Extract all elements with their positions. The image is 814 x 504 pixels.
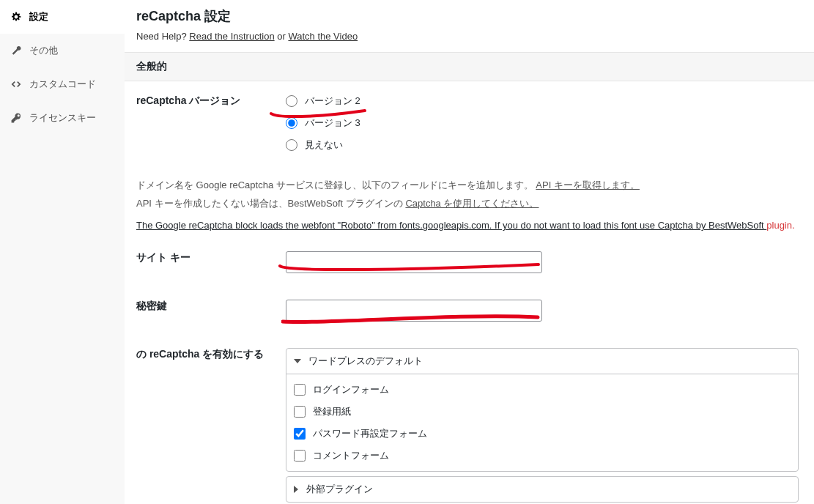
chk-password-reset-form-label: パスワード再設定フォーム	[313, 427, 427, 440]
enable-group-wordpress-default[interactable]: ワードプレスのデフォルト	[286, 349, 798, 374]
chk-row-comment-form[interactable]: コメントフォーム	[294, 449, 791, 462]
help-line: Need Help? Read the Instruction or Watch…	[136, 31, 814, 42]
sidebar-item-custom-code[interactable]: カスタムコード	[0, 67, 125, 101]
desc-line2-pre: API キーを作成したくない場合は、BestWebSoft プラグインの	[136, 198, 405, 209]
radio-v2-label: バージョン 2	[305, 94, 360, 108]
radio-invisible[interactable]	[286, 139, 297, 151]
wrench-icon	[10, 45, 22, 56]
chevron-down-icon	[294, 359, 301, 363]
enable-group-external-plugins[interactable]: 外部プラグイン	[286, 477, 798, 502]
chevron-right-icon	[294, 486, 298, 493]
font-notice: The Google reCaptcha block loads the web…	[125, 220, 814, 238]
chk-row-password-reset-form[interactable]: パスワード再設定フォーム	[294, 427, 791, 440]
radio-v3[interactable]	[286, 117, 297, 129]
use-captcha-link[interactable]: Captcha を使用してください。	[405, 198, 539, 209]
radio-row-v2[interactable]: バージョン 2	[286, 94, 807, 108]
sidebar-item-label: 設定	[29, 10, 48, 23]
enable-group-body: ログインフォーム 登録用紙 パスワード再設定フォーム コメントフォーム	[286, 374, 798, 471]
help-prefix: Need Help?	[136, 31, 189, 42]
version-label: reCaptcha バージョン	[125, 81, 278, 174]
sidebar-item-label: ライセンスキー	[29, 111, 96, 125]
site-key-label: サイト キー	[125, 238, 278, 286]
chk-login-form[interactable]	[294, 384, 306, 396]
enable-group-title: ワードプレスのデフォルト	[308, 355, 423, 368]
description-block: ドメイン名を Google reCaptcha サービスに登録し、以下のフィール…	[125, 174, 814, 220]
chk-password-reset-form[interactable]	[294, 428, 306, 440]
enable-recaptcha-label: の reCaptcha を有効にする	[125, 335, 278, 504]
enable-box-external: 外部プラグイン	[286, 476, 799, 503]
radio-v2[interactable]	[286, 95, 297, 107]
gear-icon	[10, 11, 22, 23]
secret-key-input[interactable]	[286, 300, 542, 322]
section-general-heading: 全般的	[125, 52, 814, 81]
sidebar-item-settings[interactable]: 設定	[0, 0, 125, 34]
chk-comment-form[interactable]	[294, 450, 306, 462]
chk-login-form-label: ログインフォーム	[313, 383, 389, 396]
radio-invisible-label: 見えない	[305, 138, 343, 152]
main-content: reCaptcha 設定 Need Help? Read the Instruc…	[125, 0, 814, 504]
radio-row-v3[interactable]: バージョン 3	[286, 116, 807, 130]
code-icon	[10, 78, 22, 90]
help-instruction-link[interactable]: Read the Instruction	[189, 31, 274, 42]
font-notice-text: The Google reCaptcha block loads the web…	[136, 220, 766, 231]
site-key-input[interactable]	[286, 251, 542, 273]
help-or: or	[275, 31, 289, 42]
radio-row-invisible[interactable]: 見えない	[286, 138, 807, 152]
help-video-link[interactable]: Watch the Video	[288, 31, 358, 42]
chk-registration-form[interactable]	[294, 406, 306, 418]
sidebar-item-label: その他	[29, 44, 58, 57]
chk-registration-form-label: 登録用紙	[313, 405, 351, 418]
sidebar-item-misc[interactable]: その他	[0, 34, 125, 67]
page-title: reCaptcha 設定	[136, 7, 814, 25]
get-api-keys-link[interactable]: API キーを取得します。	[536, 179, 640, 190]
key-icon	[10, 112, 22, 124]
sidebar-item-label: カスタムコード	[29, 78, 96, 91]
radio-v3-label: バージョン 3	[305, 116, 360, 130]
sidebar: 設定 その他 カスタムコード ライセンスキー	[0, 0, 125, 504]
desc-line1-pre: ドメイン名を Google reCaptcha サービスに登録し、以下のフィール…	[136, 179, 536, 190]
enable-group-title-external: 外部プラグイン	[306, 483, 373, 496]
font-notice-plugin: plugin.	[766, 220, 794, 231]
chk-row-registration-form[interactable]: 登録用紙	[294, 405, 791, 418]
enable-box: ワードプレスのデフォルト ログインフォーム 登録用紙	[286, 348, 799, 472]
secret-key-label: 秘密鍵	[125, 286, 278, 335]
sidebar-item-license-key[interactable]: ライセンスキー	[0, 101, 125, 135]
chk-row-login-form[interactable]: ログインフォーム	[294, 383, 791, 396]
chk-comment-form-label: コメントフォーム	[313, 449, 389, 462]
